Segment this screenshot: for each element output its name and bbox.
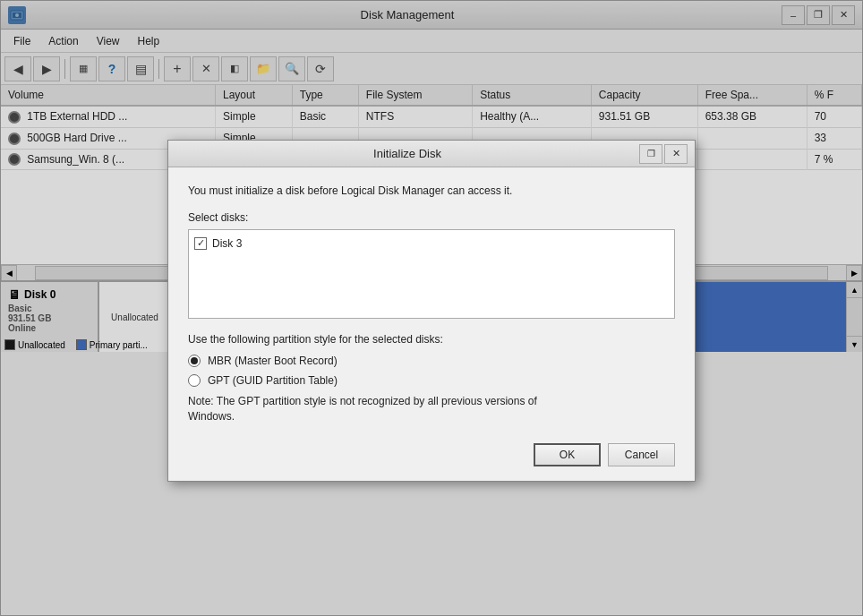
disk3-checkbox[interactable]: ✓ <box>194 237 207 250</box>
dialog-close-button[interactable]: ✕ <box>664 144 688 164</box>
dialog-restore-button[interactable]: ❐ <box>639 144 662 164</box>
cancel-button[interactable]: Cancel <box>608 443 675 466</box>
mbr-label: MBR (Master Boot Record) <box>208 355 338 367</box>
dialog-buttons: OK Cancel <box>188 440 675 466</box>
dialog-intro-text: You must initialize a disk before Logica… <box>188 184 675 199</box>
dialog-title: Initialize Disk <box>175 147 639 160</box>
mbr-option[interactable]: MBR (Master Boot Record) <box>188 355 675 367</box>
mbr-radio[interactable] <box>188 355 201 367</box>
dialog-title-bar: Initialize Disk ❐ ✕ <box>168 141 695 167</box>
select-disks-label: Select disks: <box>188 211 675 224</box>
gpt-label: GPT (GUID Partition Table) <box>208 374 338 387</box>
dialog-title-controls: ❐ ✕ <box>639 144 688 164</box>
gpt-option[interactable]: GPT (GUID Partition Table) <box>188 374 675 387</box>
initialize-disk-dialog: Initialize Disk ❐ ✕ You must initialize … <box>167 140 696 482</box>
disk-list[interactable]: ✓ Disk 3 <box>188 229 675 319</box>
modal-overlay: Initialize Disk ❐ ✕ You must initialize … <box>1 1 862 615</box>
main-window: Disk Management – ❐ ✕ File Action View H… <box>0 0 863 616</box>
dialog-body: You must initialize a disk before Logica… <box>168 167 695 481</box>
partition-style-label: Use the following partition style for th… <box>188 333 675 346</box>
disk3-label: Disk 3 <box>212 237 242 250</box>
gpt-radio[interactable] <box>188 374 201 387</box>
note-text: Note: The GPT partition style is not rec… <box>188 394 675 424</box>
disk-list-item[interactable]: ✓ Disk 3 <box>194 235 669 252</box>
ok-button[interactable]: OK <box>534 443 601 466</box>
